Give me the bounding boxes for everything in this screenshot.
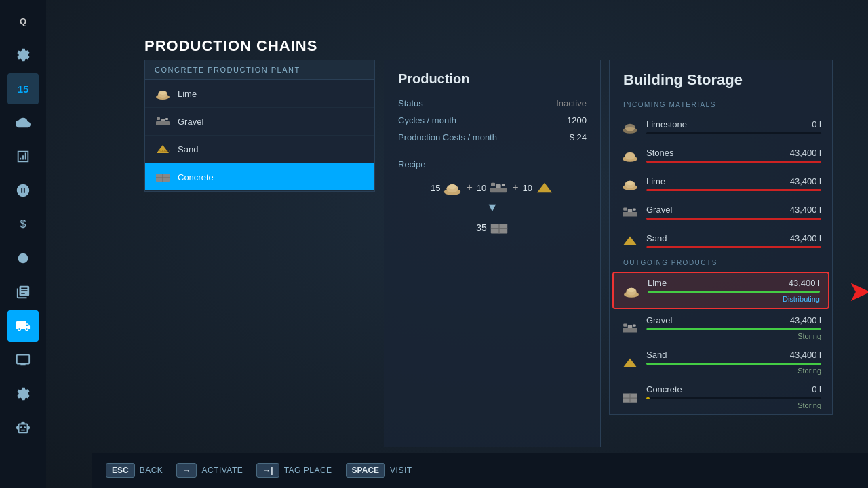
chain-item-gravel-label: Gravel (178, 117, 203, 127)
sidebar-item-monitor[interactable] (7, 344, 39, 375)
sidebar-item-dollar[interactable]: $ (7, 209, 39, 240)
svg-rect-16 (491, 183, 495, 186)
sidebar-item-calendar[interactable]: 15 (7, 73, 39, 104)
activate-button[interactable]: → ACTIVATE (176, 463, 243, 478)
back-label: BACK (140, 466, 163, 475)
sidebar-item-transport[interactable] (7, 310, 39, 342)
sidebar-item-settings2[interactable] (7, 378, 39, 409)
lime-icon (155, 87, 171, 100)
stat-status-value: Inactive (556, 98, 587, 108)
svg-point-15 (448, 184, 456, 189)
lime-in-bar-fill (646, 189, 821, 191)
gravel-icon (155, 115, 171, 128)
activate-label: ACTIVATE (201, 466, 243, 475)
svg-marker-20 (537, 183, 552, 193)
recipe-output-icon (490, 220, 509, 235)
concrete-out-bar-fill (646, 397, 650, 399)
chain-item-sand-label: Sand (178, 144, 198, 155)
svg-text:SAND: SAND (159, 149, 170, 153)
sand-in-bar-fill (646, 246, 821, 248)
recipe-section: Recipe 15 + 10 + 10 ▼ 35 (384, 146, 600, 235)
storage-item-sand-in: Sand 43,400 l (610, 226, 832, 255)
highlight-arrow: ➤ (848, 274, 868, 307)
chain-item-lime-label: Lime (178, 89, 197, 99)
incoming-header: INCOMING MATERIALS (610, 97, 832, 113)
svg-point-0 (18, 253, 28, 264)
sidebar-item-animals[interactable] (7, 243, 39, 274)
sand-in-icon (620, 231, 639, 250)
sidebar-item-gear[interactable] (7, 39, 39, 70)
svg-point-27 (625, 152, 635, 160)
recipe-formula: 15 + 10 + 10 (398, 180, 587, 195)
sand-icon: SAND (155, 142, 171, 156)
svg-marker-43 (623, 358, 637, 367)
sand-out-info: Sand 43,400 l Storing (646, 350, 821, 375)
stat-costs: Production Costs / month $ 24 (398, 129, 587, 146)
tag-place-label: TAG PLACE (284, 466, 332, 475)
sand-in-bar (646, 246, 821, 248)
gravel-in-icon (620, 203, 639, 222)
sidebar-item-robot[interactable] (7, 412, 39, 443)
gravel-out-icon (620, 319, 639, 338)
svg-rect-39 (623, 323, 627, 326)
svg-rect-6 (165, 118, 168, 120)
storage-item-stones: Stones 43,400 l (610, 141, 832, 169)
stat-cycles-label: Cycles / month (398, 115, 456, 125)
svg-rect-33 (633, 209, 635, 211)
visit-label: VISIT (390, 466, 412, 475)
concrete-icon (155, 170, 171, 184)
recipe-output: 35 (398, 220, 587, 235)
storage-item-lime-out-wrapper: Lime 43,400 l Distributing ➤ (612, 272, 829, 309)
storage-item-gravel-in: Gravel 43,400 l (610, 198, 832, 226)
concrete-out-icon (620, 388, 639, 407)
storage-title: Building Storage (610, 60, 832, 97)
sand-out-amount: 43,400 l (790, 350, 821, 360)
bottom-bar: ESC BACK → ACTIVATE →| TAG PLACE SPACE V… (92, 453, 868, 488)
svg-rect-42 (623, 328, 637, 333)
stat-costs-label: Production Costs / month (398, 132, 497, 142)
sidebar: Q 15 $ (0, 0, 46, 488)
sand-in-name: Sand (646, 233, 667, 243)
chain-item-sand[interactable]: SAND Sand (145, 136, 374, 163)
gravel-in-info: Gravel 43,400 l (646, 205, 821, 220)
lime-out-info: Lime 43,400 l Distributing (648, 278, 820, 303)
sidebar-item-tractor[interactable] (7, 175, 39, 206)
sidebar-item-chart[interactable] (7, 141, 39, 172)
storage-panel: Building Storage INCOMING MATERIALS Lime… (609, 60, 833, 415)
lime-in-icon (620, 174, 639, 193)
back-button[interactable]: ESC BACK (106, 463, 163, 478)
sand-out-bar-fill (646, 363, 821, 365)
visit-button[interactable]: SPACE VISIT (346, 463, 412, 478)
svg-rect-31 (623, 207, 627, 210)
lime-out-status: Distributing (648, 295, 820, 303)
sidebar-item-q[interactable]: Q (7, 5, 39, 37)
svg-rect-4 (157, 117, 160, 120)
sidebar-item-cloud[interactable] (7, 107, 39, 138)
production-panel: Production Status Inactive Cycles / mont… (384, 60, 601, 447)
lime-in-bar (646, 189, 821, 191)
sand-out-icon (620, 353, 639, 372)
sidebar-item-book[interactable] (7, 277, 39, 308)
activate-key: → (176, 463, 197, 478)
svg-rect-18 (502, 184, 505, 186)
gravel-out-bar-fill (646, 328, 821, 330)
recipe-input-2: 10 (523, 180, 554, 195)
stat-status-label: Status (398, 98, 423, 108)
tag-place-button[interactable]: →| TAG PLACE (256, 463, 332, 478)
lime-in-amount: 43,400 l (790, 176, 821, 186)
chains-list: Lime Gravel SAND Sand Concrete (144, 80, 375, 192)
storage-item-lime-in: Lime 43,400 l (610, 169, 832, 198)
svg-rect-34 (623, 212, 637, 217)
limestone-icon (620, 117, 639, 136)
stat-cycles-value: 1200 (567, 115, 587, 125)
svg-point-25 (625, 124, 635, 131)
concrete-out-name: Concrete (646, 384, 682, 394)
recipe-output-amount: 35 (476, 222, 487, 233)
svg-marker-35 (623, 236, 637, 245)
chain-item-lime[interactable]: Lime (145, 80, 374, 108)
chain-item-gravel[interactable]: Gravel (145, 108, 374, 136)
recipe-input-0: 15 (431, 180, 462, 195)
chain-item-concrete[interactable]: Concrete (145, 163, 374, 191)
recipe-input-1-amount: 10 (477, 183, 486, 193)
lime-out-bar (648, 291, 820, 293)
